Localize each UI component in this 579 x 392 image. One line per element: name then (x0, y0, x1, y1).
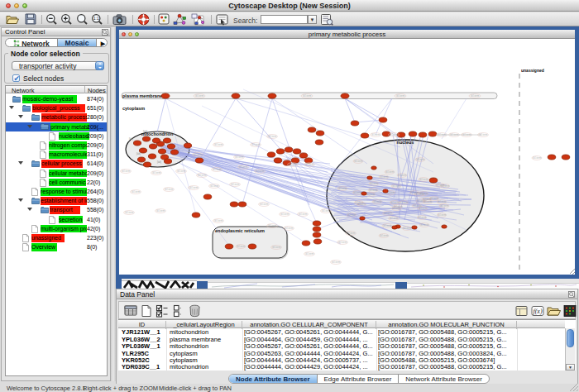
svg-text:GO-term: GO-term (366, 193, 375, 196)
svg-text:GO-term: GO-term (231, 183, 239, 186)
svg-text:GO-term: GO-term (338, 241, 347, 244)
svg-text:GO-term: GO-term (438, 213, 446, 217)
svg-text:GO-term: GO-term (533, 156, 541, 160)
svg-text:GO-term: GO-term (189, 186, 198, 189)
svg-text:GO-term: GO-term (392, 184, 400, 188)
svg-text:GO-term: GO-term (380, 175, 388, 179)
svg-text:nucleus: nucleus (397, 140, 414, 145)
svg-text:GO-term: GO-term (299, 213, 307, 216)
svg-text:GO-term: GO-term (420, 223, 428, 227)
svg-text:GO-term: GO-term (156, 209, 165, 213)
svg-text:GO-term: GO-term (380, 234, 388, 237)
svg-text:unassigned: unassigned (521, 68, 544, 73)
svg-text:GO-term: GO-term (418, 216, 426, 219)
svg-text:GO-term: GO-term (423, 198, 431, 201)
svg-text:GO-term: GO-term (256, 170, 264, 173)
svg-text:[lab]: [lab] (157, 160, 161, 164)
svg-text:GO-term: GO-term (332, 261, 340, 264)
svg-text:GO-term: GO-term (400, 201, 408, 204)
svg-text:endoplasmic reticulum: endoplasmic reticulum (215, 228, 265, 233)
svg-text:GO-term: GO-term (410, 191, 419, 194)
svg-text:GO-term: GO-term (419, 178, 428, 181)
svg-text:GO-term: GO-term (347, 213, 356, 217)
svg-text:GO-term: GO-term (305, 163, 313, 166)
svg-text:[lab]: [lab] (169, 131, 173, 135)
svg-text:GO-term: GO-term (322, 209, 330, 213)
svg-text:GO-term: GO-term (413, 204, 421, 208)
svg-text:GO-term: GO-term (416, 158, 424, 161)
svg-text:GO-term: GO-term (390, 201, 399, 204)
svg-text:GO-term: GO-term (383, 224, 391, 227)
svg-text:GO-term: GO-term (285, 227, 293, 230)
svg-text:GO-term: GO-term (213, 168, 221, 171)
svg-text:GO-term: GO-term (303, 94, 311, 98)
svg-text:GO-term: GO-term (438, 200, 446, 203)
svg-text:GO-term: GO-term (357, 203, 366, 206)
svg-text:GO-term: GO-term (384, 212, 392, 215)
svg-text:GO-term: GO-term (239, 165, 247, 169)
svg-text:GO-term: GO-term (385, 170, 394, 174)
svg-text:GO-term: GO-term (132, 190, 140, 194)
svg-text:GO-term: GO-term (338, 187, 347, 190)
svg-text:GO-term: GO-term (198, 174, 206, 177)
svg-text:GO-term: GO-term (371, 133, 380, 136)
svg-text:GO-term: GO-term (152, 171, 160, 174)
svg-text:GO-term: GO-term (268, 224, 276, 227)
svg-text:GO-term: GO-term (280, 213, 289, 216)
svg-text:GO-term: GO-term (373, 200, 381, 203)
svg-text:GO-term: GO-term (390, 217, 398, 220)
svg-text:GO-term: GO-term (394, 205, 402, 208)
svg-text:GO-term: GO-term (165, 188, 173, 191)
svg-text:GO-term: GO-term (235, 155, 243, 159)
svg-text:[lab]: [lab] (136, 152, 141, 155)
svg-text:GO-term: GO-term (237, 245, 245, 248)
svg-text:GO-term: GO-term (194, 153, 202, 156)
svg-text:f(x): f(x) (533, 308, 542, 315)
svg-text:1:1: 1:1 (93, 16, 99, 21)
svg-text:GO-term: GO-term (272, 246, 280, 249)
svg-text:GO-term: GO-term (369, 189, 377, 192)
svg-text:GO-term: GO-term (251, 143, 260, 146)
svg-text:GO-term: GO-term (390, 133, 398, 136)
svg-text:[lab]: [lab] (143, 130, 147, 133)
svg-text:GO-term: GO-term (471, 94, 479, 98)
svg-text:[lab]: [lab] (129, 137, 133, 141)
svg-text:GO-term: GO-term (403, 227, 411, 230)
svg-text:GO-term: GO-term (419, 192, 428, 195)
svg-text:GO-term: GO-term (436, 184, 444, 187)
svg-text:GO-term: GO-term (354, 160, 362, 163)
svg-text:GO-term: GO-term (353, 191, 361, 194)
svg-text:plasma membrane: plasma membrane (122, 93, 162, 98)
svg-text:GO-term: GO-term (210, 184, 218, 188)
svg-text:GO-term: GO-term (440, 204, 448, 208)
svg-text:GO-term: GO-term (122, 170, 130, 173)
svg-text:GO-term: GO-term (214, 143, 223, 146)
svg-text:GO-term: GO-term (260, 203, 268, 206)
svg-text:GO-term: GO-term (125, 211, 133, 214)
svg-text:GO-term: GO-term (398, 174, 406, 177)
svg-text:GO-term: GO-term (396, 94, 404, 98)
svg-text:GO-term: GO-term (347, 232, 355, 235)
svg-text:GO-term: GO-term (370, 182, 378, 185)
svg-text:GO-term: GO-term (177, 170, 185, 173)
svg-text:GO-term: GO-term (195, 94, 203, 98)
svg-text:cytoplasm: cytoplasm (122, 106, 145, 111)
svg-text:GO-term: GO-term (268, 135, 276, 138)
svg-text:GO-term: GO-term (289, 163, 297, 166)
svg-text:GO-term: GO-term (305, 252, 313, 256)
svg-text:GO-term: GO-term (214, 219, 223, 222)
